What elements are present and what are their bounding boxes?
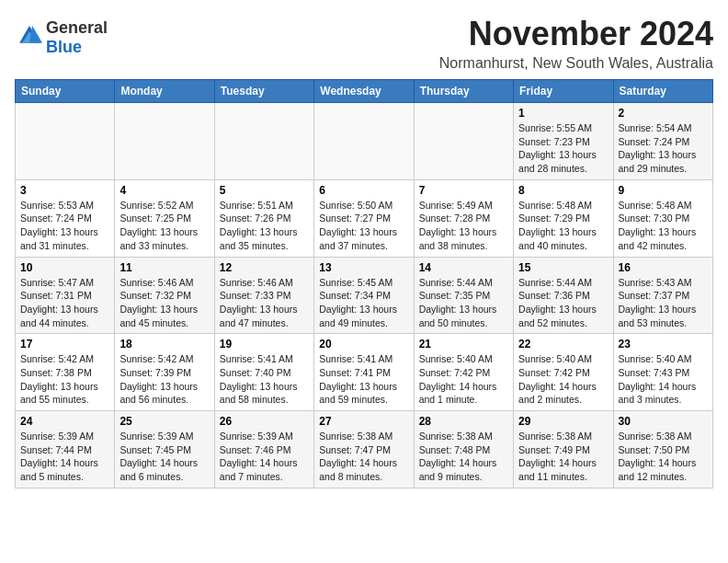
day-info: Sunrise: 5:39 AMSunset: 7:44 PMDaylight:… [20, 430, 109, 484]
day-info: Sunrise: 5:42 AMSunset: 7:38 PMDaylight:… [20, 352, 109, 407]
day-info: Sunrise: 5:45 AMSunset: 7:34 PMDaylight:… [319, 276, 408, 330]
day-number: 6 [319, 184, 408, 197]
day-number: 7 [419, 184, 508, 197]
calendar-day-cell: 15Sunrise: 5:44 AMSunset: 7:36 PMDayligh… [514, 257, 613, 334]
day-info: Sunrise: 5:54 AMSunset: 7:24 PMDaylight:… [619, 121, 708, 176]
day-info: Sunrise: 5:40 AMSunset: 7:43 PMDaylight:… [619, 352, 708, 407]
calendar-day-cell [16, 103, 115, 180]
day-info: Sunrise: 5:52 AMSunset: 7:25 PMDaylight:… [119, 199, 209, 253]
calendar-week-row: 3Sunrise: 5:53 AMSunset: 7:24 PMDaylight… [16, 179, 713, 257]
day-info: Sunrise: 5:38 AMSunset: 7:48 PMDaylight:… [419, 430, 508, 484]
calendar-day-cell: 13Sunrise: 5:45 AMSunset: 7:34 PMDayligh… [314, 257, 414, 334]
day-number: 1 [518, 107, 608, 120]
day-number: 19 [220, 338, 309, 350]
calendar-day-cell [214, 103, 313, 180]
logo: General Blue [15, 18, 108, 57]
calendar-day-cell: 3Sunrise: 5:53 AMSunset: 7:24 PMDaylight… [16, 179, 115, 257]
svg-marker-2 [29, 26, 42, 43]
day-number: 29 [518, 415, 608, 428]
day-number: 27 [319, 415, 408, 428]
day-number: 16 [619, 261, 708, 274]
weekday-header: Saturday [613, 80, 712, 103]
weekday-header: Monday [115, 80, 214, 103]
calendar-week-row: 1Sunrise: 5:55 AMSunset: 7:23 PMDaylight… [16, 103, 713, 180]
day-info: Sunrise: 5:51 AMSunset: 7:26 PMDaylight:… [220, 199, 309, 253]
day-number: 23 [619, 338, 708, 350]
calendar-day-cell: 17Sunrise: 5:42 AMSunset: 7:38 PMDayligh… [16, 334, 115, 411]
calendar-day-cell: 26Sunrise: 5:39 AMSunset: 7:46 PMDayligh… [214, 411, 313, 488]
title-area: November 2024 Normanhurst, New South Wal… [439, 15, 713, 72]
day-number: 25 [119, 415, 209, 428]
calendar-day-cell [314, 103, 414, 180]
calendar-day-cell: 28Sunrise: 5:38 AMSunset: 7:48 PMDayligh… [414, 411, 513, 488]
weekday-header: Tuesday [214, 80, 313, 103]
calendar-day-cell: 23Sunrise: 5:40 AMSunset: 7:43 PMDayligh… [613, 334, 712, 411]
calendar-day-cell: 14Sunrise: 5:44 AMSunset: 7:35 PMDayligh… [414, 257, 513, 334]
day-info: Sunrise: 5:48 AMSunset: 7:30 PMDaylight:… [619, 199, 708, 253]
calendar-header-row: SundayMondayTuesdayWednesdayThursdayFrid… [16, 80, 713, 103]
calendar-day-cell: 12Sunrise: 5:46 AMSunset: 7:33 PMDayligh… [214, 257, 313, 334]
day-number: 5 [220, 184, 309, 197]
weekday-header: Sunday [16, 80, 115, 103]
day-info: Sunrise: 5:50 AMSunset: 7:27 PMDaylight:… [319, 199, 408, 253]
calendar-day-cell: 18Sunrise: 5:42 AMSunset: 7:39 PMDayligh… [115, 334, 214, 411]
day-number: 2 [619, 107, 708, 120]
day-info: Sunrise: 5:38 AMSunset: 7:49 PMDaylight:… [518, 430, 608, 484]
day-info: Sunrise: 5:38 AMSunset: 7:50 PMDaylight:… [619, 430, 708, 484]
day-number: 10 [20, 261, 109, 274]
day-number: 22 [518, 338, 608, 350]
day-info: Sunrise: 5:40 AMSunset: 7:42 PMDaylight:… [518, 352, 608, 407]
day-info: Sunrise: 5:46 AMSunset: 7:33 PMDaylight:… [220, 276, 309, 330]
day-number: 8 [518, 184, 608, 197]
calendar-day-cell: 11Sunrise: 5:46 AMSunset: 7:32 PMDayligh… [115, 257, 214, 334]
page-header: General Blue November 2024 Normanhurst, … [15, 15, 713, 72]
day-info: Sunrise: 5:47 AMSunset: 7:31 PMDaylight:… [20, 276, 109, 330]
weekday-header: Friday [514, 80, 613, 103]
calendar-day-cell: 4Sunrise: 5:52 AMSunset: 7:25 PMDaylight… [115, 179, 214, 257]
calendar-day-cell: 21Sunrise: 5:40 AMSunset: 7:42 PMDayligh… [414, 334, 513, 411]
calendar-day-cell: 2Sunrise: 5:54 AMSunset: 7:24 PMDaylight… [613, 103, 712, 180]
day-number: 24 [20, 415, 109, 428]
calendar-day-cell: 19Sunrise: 5:41 AMSunset: 7:40 PMDayligh… [214, 334, 313, 411]
calendar-table: SundayMondayTuesdayWednesdayThursdayFrid… [15, 79, 713, 488]
logo-icon [17, 23, 42, 49]
calendar-day-cell: 30Sunrise: 5:38 AMSunset: 7:50 PMDayligh… [613, 411, 712, 488]
day-number: 17 [20, 338, 109, 350]
calendar-day-cell: 5Sunrise: 5:51 AMSunset: 7:26 PMDaylight… [214, 179, 313, 257]
day-info: Sunrise: 5:38 AMSunset: 7:47 PMDaylight:… [319, 430, 408, 484]
calendar-day-cell: 6Sunrise: 5:50 AMSunset: 7:27 PMDaylight… [314, 179, 414, 257]
day-info: Sunrise: 5:41 AMSunset: 7:40 PMDaylight:… [220, 352, 309, 407]
day-number: 15 [518, 261, 608, 274]
calendar-day-cell: 22Sunrise: 5:40 AMSunset: 7:42 PMDayligh… [514, 334, 613, 411]
day-number: 9 [619, 184, 708, 197]
day-info: Sunrise: 5:49 AMSunset: 7:28 PMDaylight:… [419, 199, 508, 253]
calendar-day-cell: 20Sunrise: 5:41 AMSunset: 7:41 PMDayligh… [314, 334, 414, 411]
weekday-header: Thursday [414, 80, 513, 103]
month-title: November 2024 [439, 15, 713, 53]
day-number: 3 [20, 184, 109, 197]
day-info: Sunrise: 5:55 AMSunset: 7:23 PMDaylight:… [518, 121, 608, 176]
calendar-week-row: 24Sunrise: 5:39 AMSunset: 7:44 PMDayligh… [16, 411, 713, 488]
day-info: Sunrise: 5:53 AMSunset: 7:24 PMDaylight:… [20, 199, 109, 253]
day-info: Sunrise: 5:39 AMSunset: 7:45 PMDaylight:… [119, 430, 209, 484]
day-info: Sunrise: 5:46 AMSunset: 7:32 PMDaylight:… [119, 276, 209, 330]
calendar-day-cell: 27Sunrise: 5:38 AMSunset: 7:47 PMDayligh… [314, 411, 414, 488]
calendar-day-cell [115, 103, 214, 180]
day-info: Sunrise: 5:42 AMSunset: 7:39 PMDaylight:… [119, 352, 209, 407]
calendar-day-cell: 8Sunrise: 5:48 AMSunset: 7:29 PMDaylight… [514, 179, 613, 257]
day-number: 12 [220, 261, 309, 274]
day-number: 26 [220, 415, 309, 428]
calendar-day-cell: 16Sunrise: 5:43 AMSunset: 7:37 PMDayligh… [613, 257, 712, 334]
day-number: 20 [319, 338, 408, 350]
calendar-day-cell: 24Sunrise: 5:39 AMSunset: 7:44 PMDayligh… [16, 411, 115, 488]
calendar-day-cell: 29Sunrise: 5:38 AMSunset: 7:49 PMDayligh… [514, 411, 613, 488]
day-number: 30 [619, 415, 708, 428]
location-title: Normanhurst, New South Wales, Australia [439, 55, 713, 72]
day-number: 13 [319, 261, 408, 274]
day-number: 28 [419, 415, 508, 428]
calendar-day-cell: 10Sunrise: 5:47 AMSunset: 7:31 PMDayligh… [16, 257, 115, 334]
calendar-day-cell: 25Sunrise: 5:39 AMSunset: 7:45 PMDayligh… [115, 411, 214, 488]
day-info: Sunrise: 5:40 AMSunset: 7:42 PMDaylight:… [419, 352, 508, 407]
day-number: 14 [419, 261, 508, 274]
day-info: Sunrise: 5:39 AMSunset: 7:46 PMDaylight:… [220, 430, 309, 484]
